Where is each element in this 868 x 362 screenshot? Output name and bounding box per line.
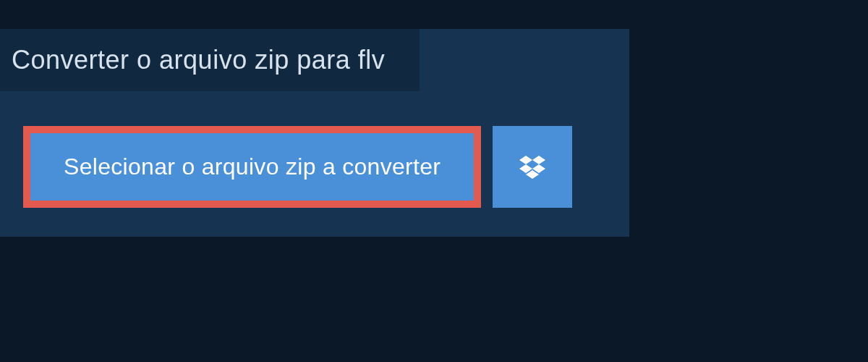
select-file-button[interactable]: Selecionar o arquivo zip a converter <box>23 126 481 208</box>
dropbox-icon <box>519 156 545 179</box>
page-title: Converter o arquivo zip para flv <box>12 45 385 75</box>
title-bar: Converter o arquivo zip para flv <box>0 29 420 91</box>
converter-panel: Converter o arquivo zip para flv Selecio… <box>0 29 629 237</box>
dropbox-button[interactable] <box>493 126 572 208</box>
select-file-label: Selecionar o arquivo zip a converter <box>64 153 441 180</box>
action-row: Selecionar o arquivo zip a converter <box>23 126 629 208</box>
